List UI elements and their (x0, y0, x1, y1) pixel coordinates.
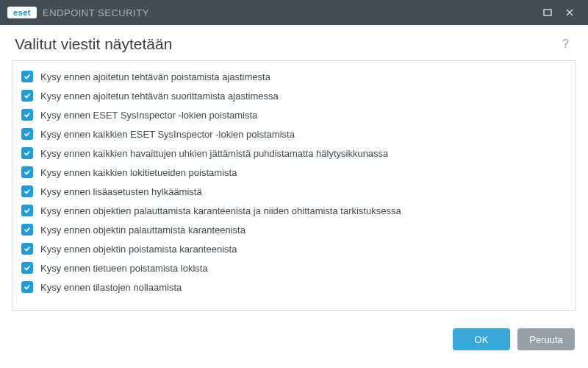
list-item-label: Kysy ennen ESET SysInspector -lokien poi… (40, 110, 257, 121)
checkbox[interactable] (21, 281, 33, 293)
list-item: Kysy ennen tilastojen nollaamista (20, 277, 568, 297)
brand-product-name: ENDPOINT SECURITY (43, 7, 149, 18)
list-item: Kysy ennen lisäasetusten hylkäämistä (20, 182, 568, 201)
list-item-label: Kysy ennen objektin poistamista karantee… (40, 244, 237, 255)
check-icon (24, 73, 31, 80)
window: eset ENDPOINT SECURITY Valitut viestit n… (0, 0, 588, 368)
ok-button[interactable]: OK (453, 328, 510, 350)
checkbox[interactable] (21, 243, 33, 255)
list-item-label: Kysy ennen objektien palauttamista karan… (40, 205, 401, 216)
close-icon (565, 8, 574, 17)
check-icon (24, 207, 31, 214)
list-item: Kysy ennen ESET SysInspector -lokien poi… (20, 105, 568, 124)
page-title: Valitut viestit näytetään (15, 35, 558, 53)
heading-row: Valitut viestit näytetään ? (0, 25, 588, 60)
list-item-label: Kysy ennen tilastojen nollaamista (40, 282, 182, 293)
check-icon (24, 169, 31, 176)
list-item: Kysy ennen tietueen poistamista lokista (20, 258, 568, 277)
check-icon (24, 226, 31, 233)
cancel-button[interactable]: Peruuta (517, 328, 575, 350)
checkbox[interactable] (21, 166, 33, 178)
check-icon (24, 130, 31, 138)
message-list[interactable]: Kysy ennen ajoitetun tehtävän poistamist… (12, 60, 576, 311)
close-button[interactable] (559, 0, 581, 25)
list-item-label: Kysy ennen kaikkien havaittujen uhkien j… (40, 148, 388, 159)
list-item-label: Kysy ennen lisäasetusten hylkäämistä (40, 186, 202, 197)
check-icon (24, 245, 31, 252)
checkbox[interactable] (21, 128, 33, 140)
checkbox[interactable] (21, 262, 33, 274)
list-item: Kysy ennen ajoitetun tehtävän poistamist… (20, 67, 568, 86)
checkbox[interactable] (21, 90, 33, 102)
list-item-label: Kysy ennen ajoitetun tehtävän poistamist… (40, 71, 270, 82)
list-item-label: Kysy ennen objektin palauttamista karant… (40, 224, 245, 236)
checkbox[interactable] (21, 71, 33, 82)
check-icon (24, 188, 31, 195)
checkbox[interactable] (21, 109, 33, 121)
list-item: Kysy ennen objektien palauttamista karan… (20, 201, 568, 220)
help-button[interactable]: ? (558, 38, 573, 51)
list-item: Kysy ennen objektin poistamista karantee… (20, 239, 568, 258)
minimize-button[interactable] (537, 0, 559, 25)
brand-badge: eset (7, 7, 37, 18)
checkbox[interactable] (21, 147, 33, 159)
list-item: Kysy ennen ajoitetun tehtävän suorittami… (20, 86, 568, 105)
list-item: Kysy ennen kaikkien havaittujen uhkien j… (20, 144, 568, 163)
list-item-label: Kysy ennen kaikkien ESET SysInspector -l… (40, 129, 295, 140)
check-icon (24, 149, 31, 157)
minimize-icon (543, 8, 552, 17)
check-icon (24, 111, 31, 118)
check-icon (24, 264, 31, 272)
list-item: Kysy ennen kaikkien ESET SysInspector -l… (20, 124, 568, 144)
checkbox[interactable] (21, 224, 33, 236)
footer: OK Peruuta (0, 311, 588, 368)
svg-rect-0 (544, 10, 551, 15)
check-icon (24, 283, 31, 291)
list-item-label: Kysy ennen kaikkien lokitietueiden poist… (40, 167, 237, 178)
titlebar: eset ENDPOINT SECURITY (0, 0, 588, 25)
check-icon (24, 92, 31, 99)
list-item: Kysy ennen objektin palauttamista karant… (20, 220, 568, 239)
checkbox[interactable] (21, 185, 33, 197)
list-item-label: Kysy ennen tietueen poistamista lokista (40, 263, 208, 274)
list-item: Kysy ennen kaikkien lokitietueiden poist… (20, 163, 568, 182)
checkbox[interactable] (21, 205, 33, 216)
list-item-label: Kysy ennen ajoitetun tehtävän suorittami… (40, 91, 279, 102)
